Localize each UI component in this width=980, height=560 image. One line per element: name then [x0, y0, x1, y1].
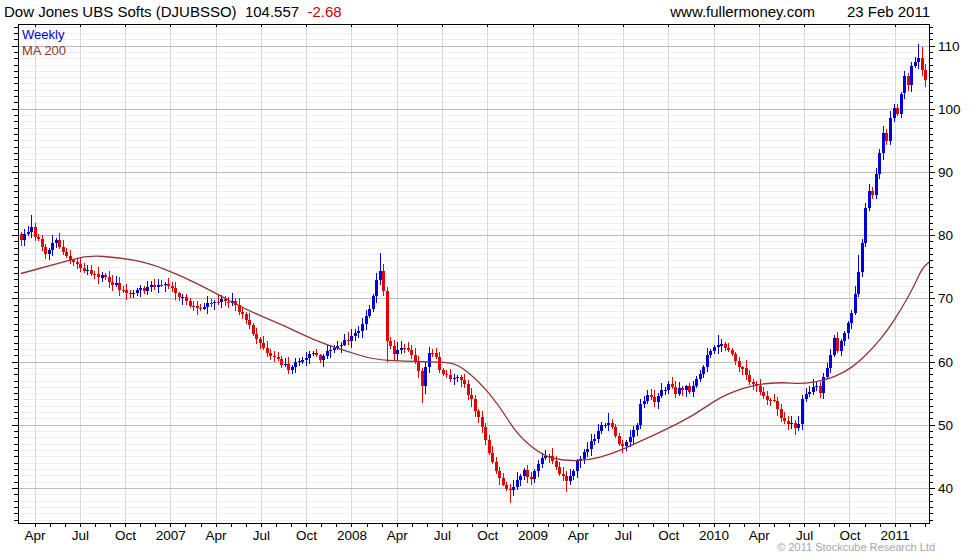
- svg-text:90: 90: [938, 165, 953, 180]
- date-label: 23 Feb 2011: [847, 3, 930, 20]
- svg-text:Jul: Jul: [615, 528, 632, 543]
- chart-title: Dow Jones UBS Softs (DJUBSSO) 104.557 -2…: [4, 3, 342, 20]
- svg-text:2009: 2009: [518, 528, 548, 543]
- svg-text:Jul: Jul: [434, 528, 451, 543]
- legend-timeframe: Weekly: [22, 28, 64, 42]
- website-label: www.fullermoney.com: [670, 3, 815, 20]
- instrument-name: Dow Jones UBS Softs (DJUBSSO): [4, 3, 237, 20]
- svg-text:2008: 2008: [337, 528, 367, 543]
- svg-text:70: 70: [938, 291, 953, 306]
- svg-text:2010: 2010: [699, 528, 729, 543]
- svg-text:Oct: Oct: [658, 528, 679, 543]
- svg-text:Apr: Apr: [387, 528, 409, 543]
- price-change: -2.68: [308, 3, 342, 20]
- svg-text:Apr: Apr: [24, 528, 46, 543]
- last-price: 104.557: [245, 3, 299, 20]
- svg-text:Apr: Apr: [206, 528, 228, 543]
- svg-text:2007: 2007: [156, 528, 186, 543]
- legend-ma200: MA 200: [22, 44, 66, 58]
- svg-text:Oct: Oct: [296, 528, 317, 543]
- price-chart: 405060708090100110AprJulOct2007AprJulOct…: [0, 0, 980, 560]
- svg-text:40: 40: [938, 481, 953, 496]
- chart-window: 405060708090100110AprJulOct2007AprJulOct…: [0, 0, 980, 560]
- svg-text:Oct: Oct: [115, 528, 136, 543]
- svg-text:Oct: Oct: [477, 528, 498, 543]
- svg-text:100: 100: [938, 102, 961, 117]
- svg-text:80: 80: [938, 228, 953, 243]
- svg-text:Jul: Jul: [253, 528, 270, 543]
- svg-text:110: 110: [938, 39, 960, 54]
- copyright-notice: © 2011 Stockcube Research Ltd: [777, 541, 935, 553]
- svg-text:60: 60: [938, 355, 953, 370]
- svg-text:Apr: Apr: [749, 528, 771, 543]
- svg-text:Apr: Apr: [568, 528, 590, 543]
- svg-text:50: 50: [938, 418, 953, 433]
- svg-text:Jul: Jul: [72, 528, 89, 543]
